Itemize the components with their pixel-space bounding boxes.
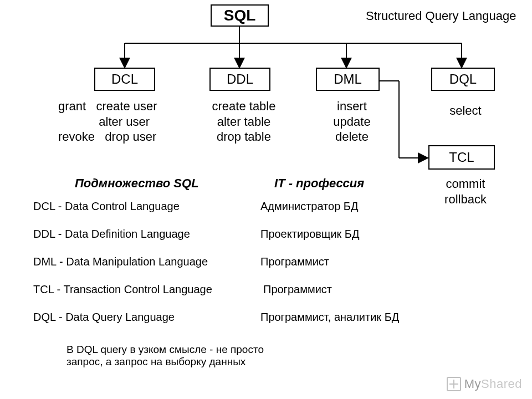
node-dql-label: DQL [449, 71, 477, 87]
root-label: SQL [224, 7, 256, 24]
watermark-my: My [464, 377, 481, 391]
node-dql: DQL [431, 68, 495, 91]
ops-dcl: grant create user alter user revoke drop… [58, 99, 202, 145]
prof-3: Программист [263, 284, 332, 295]
node-dml: DML [316, 68, 380, 91]
node-tcl-label: TCL [449, 150, 474, 165]
prof-4: Программист, аналитик БД [260, 311, 399, 323]
ops-ddl: create table alter table drop table [205, 99, 283, 145]
heading-subset: Подмножество SQL [75, 176, 199, 191]
node-dcl: DCL [94, 68, 155, 91]
def-dcl: DCL - Data Control Language [33, 201, 180, 212]
prof-0: Администратор БД [260, 201, 359, 212]
node-ddl-label: DDL [227, 71, 253, 87]
root-node-sql: SQL [211, 4, 269, 27]
node-dml-label: DML [334, 71, 362, 87]
footnote: В DQL query в узком смысле - не просто з… [66, 344, 264, 368]
def-ddl: DDL - Data Definition Language [33, 228, 190, 239]
watermark-myshared: MyShared [447, 377, 522, 391]
ops-dml: insert update delete [327, 99, 377, 145]
root-subtitle: Structured Query Language [366, 9, 516, 23]
node-dcl-label: DCL [111, 71, 138, 87]
ops-tcl: commit rollback [438, 176, 493, 207]
node-ddl: DDL [209, 68, 270, 91]
node-tcl: TCL [428, 145, 495, 170]
prof-1: Проектировщик БД [260, 228, 360, 239]
def-dql: DQL - Data Query Language [33, 311, 175, 323]
ops-dql: select [443, 103, 488, 119]
heading-profession: IT - профессия [274, 176, 364, 191]
prof-2: Программист [260, 256, 329, 267]
watermark-grid-icon [447, 377, 461, 391]
def-dml: DML - Data Manipulation Language [33, 256, 208, 267]
def-tcl: TCL - Transaction Control Language [33, 284, 212, 295]
watermark-shared: Shared [481, 377, 522, 391]
